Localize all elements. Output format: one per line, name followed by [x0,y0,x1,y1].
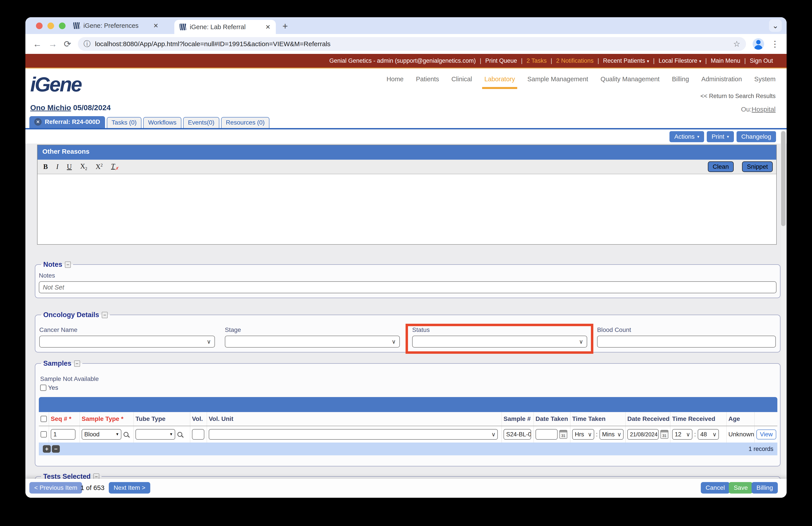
tab-workflows[interactable]: Workflows [143,117,182,128]
nav-home[interactable]: Home [387,75,404,83]
bookmark-star-icon[interactable]: ☆ [733,39,740,48]
close-window-button[interactable] [36,23,43,29]
recent-patients-menu[interactable]: Recent Patients▾ [599,57,653,64]
reload-icon[interactable]: ⟳ [64,39,71,49]
close-referral-tab-icon[interactable]: ✕ [34,118,42,126]
add-row-button[interactable]: + [43,445,51,453]
cancel-button[interactable]: Cancel [701,482,730,494]
col-sample-type: Sample Type * [80,412,134,426]
col-sample-no: Sample # [502,412,534,426]
sample-not-available-checkbox[interactable] [40,385,46,391]
tab-referral[interactable]: ✕ Referral: R24-000D [29,116,105,128]
nav-laboratory[interactable]: Laboratory [484,75,515,83]
calendar-icon[interactable]: 31 [559,430,567,439]
browser-tab-preferences[interactable]: iGene: Preferences ✕ [68,19,163,32]
view-sample-button[interactable]: View [756,429,776,439]
row-checkbox[interactable] [41,431,47,438]
local-filestore-menu[interactable]: Local Filestore▾ [655,57,706,64]
page-scrollbar[interactable] [781,130,786,479]
address-bar[interactable]: ⓘ localhost:8080/App/App.html?locale=nul… [78,37,746,51]
zoom-window-button[interactable] [59,23,66,29]
date-received-input[interactable]: 21/08/2024 [627,429,659,440]
browser-menu-icon[interactable]: ⋮ [771,39,779,49]
notes-legend: Notes− [41,260,73,269]
remove-row-button[interactable]: − [52,445,60,453]
actions-button[interactable]: Actions▾ [669,131,704,142]
chevron-down-icon: ∨ [579,338,583,345]
forward-icon[interactable]: → [48,39,57,49]
minimize-window-button[interactable] [47,23,54,29]
patient-date: 05/08/2024 [73,103,111,112]
print-queue-link[interactable]: Print Queue [481,57,521,64]
tab-search-chevron-icon[interactable]: ⌄ [769,19,782,32]
igene-logo[interactable]: iGene [30,73,81,96]
tube-type-select[interactable]: ▼ [135,429,175,440]
billing-button[interactable]: Billing [752,482,778,494]
tab-tasks[interactable]: Tasks (0) [107,117,142,128]
date-taken-input[interactable] [536,429,557,440]
profile-avatar[interactable] [753,38,764,50]
previous-item-button[interactable]: < Previous Item [29,482,82,494]
main-menu-link[interactable]: Main Menu [707,57,744,64]
close-tab-icon[interactable]: ✕ [265,24,271,31]
back-icon[interactable]: ← [33,39,42,49]
clean-button[interactable]: Clean [708,161,734,172]
superscript-icon[interactable]: X2 [96,163,103,171]
collapse-oncology-button[interactable]: − [102,312,108,318]
url-text[interactable]: localhost:8080/App/App.html?locale=null#… [95,40,729,48]
nav-quality-management[interactable]: Quality Management [600,75,660,83]
nav-administration[interactable]: Administration [701,75,742,83]
tab-events[interactable]: Events(0) [183,117,219,128]
subscript-icon[interactable]: X2 [80,162,87,171]
blood-count-input[interactable] [597,336,776,347]
hours-received-select[interactable]: 12∨ [672,429,692,440]
remove-format-icon[interactable]: T✗ [111,162,118,171]
record-navigation-bar: < Previous Item 1 of 653 Next Item > Can… [25,479,787,498]
notifications-link[interactable]: 2 Notifications [552,57,597,64]
return-to-search-link[interactable]: << Return to Search Results [700,93,775,100]
collapse-notes-button[interactable]: − [65,261,71,268]
nav-billing[interactable]: Billing [672,75,689,83]
scrollbar-thumb[interactable] [781,131,785,226]
search-icon[interactable] [177,432,182,437]
save-button[interactable]: Save [729,482,753,494]
print-button[interactable]: Print▾ [707,131,734,142]
collapse-samples-button[interactable]: − [74,360,80,367]
stage-select[interactable]: ∨ [225,336,400,347]
tasks-link[interactable]: 2 Tasks [522,57,551,64]
nav-patients[interactable]: Patients [416,75,439,83]
italic-icon[interactable]: I [56,163,58,171]
select-all-checkbox[interactable] [41,416,47,422]
minutes-taken-select[interactable]: Mins∨ [599,429,624,440]
site-info-icon[interactable]: ⓘ [84,39,91,49]
status-select[interactable]: ∨ [412,336,587,347]
other-reasons-editor[interactable] [38,174,776,244]
calendar-icon[interactable]: 31 [661,430,668,439]
notes-input[interactable]: Not Set [39,281,777,293]
sample-type-select[interactable]: Blood▼ [82,429,121,440]
hours-taken-select[interactable]: Hrs∨ [572,429,594,440]
patient-name-link[interactable]: Ono Michio [30,103,71,112]
underline-icon[interactable]: U [67,163,72,171]
sign-out-link[interactable]: Sign Out [746,57,777,64]
minutes-received-select[interactable]: 48∨ [698,429,719,440]
browser-tab-lab-referral[interactable]: iGene: Lab Referral ✕ [174,20,276,34]
close-tab-icon[interactable]: ✕ [153,22,158,29]
tab-resources[interactable]: Resources (0) [221,117,270,128]
bold-icon[interactable]: B [43,163,48,171]
cancer-name-select[interactable]: ∨ [39,336,215,347]
vol-input[interactable] [192,429,204,440]
vol-unit-select[interactable]: ∨ [209,429,498,440]
notes-label: Notes [39,272,777,279]
next-item-button[interactable]: Next Item > [109,482,150,494]
changelog-button[interactable]: Changelog [737,131,776,142]
snippet-button[interactable]: Snippet [742,161,773,172]
sample-no-input[interactable]: S24-BL-00 [504,429,531,440]
nav-sample-management[interactable]: Sample Management [527,75,588,83]
nav-clinical[interactable]: Clinical [451,75,472,83]
search-icon[interactable] [124,432,128,437]
nav-system[interactable]: System [754,75,775,83]
ou-hospital-link[interactable]: Hospital [752,105,775,113]
seq-input[interactable]: 1 [51,429,75,440]
new-tab-button[interactable]: + [282,22,288,31]
